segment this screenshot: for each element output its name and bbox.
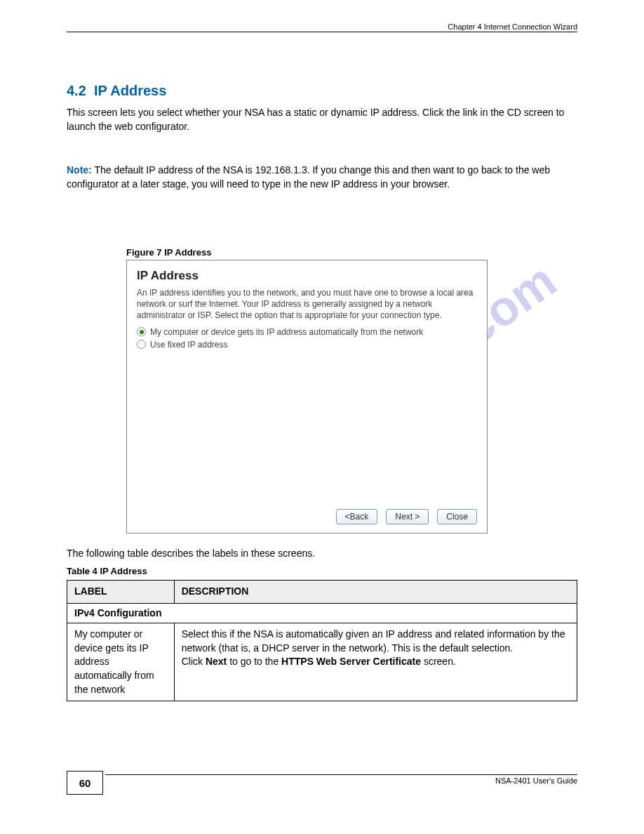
th-label: LABEL xyxy=(67,581,175,604)
label-description-table: LABEL DESCRIPTION IPv4 Configuration My … xyxy=(67,580,577,701)
next-button[interactable]: Next > xyxy=(386,509,429,524)
th-description: DESCRIPTION xyxy=(174,581,577,604)
td-desc: Select this if the NSA is automatically … xyxy=(174,623,577,701)
chapter-header: Chapter 4 Internet Connection Wizard xyxy=(448,22,577,31)
footer-text: NSA-2401 User's Guide xyxy=(495,776,577,785)
note-block: Note: The default IP address of the NSA … xyxy=(67,163,577,192)
ip-address-dialog: IP Address An IP address identifies you … xyxy=(126,260,488,534)
table-intro-text: The following table describes the labels… xyxy=(67,548,577,559)
table-row: My computer or device gets its IP addres… xyxy=(67,623,577,701)
desc-line2-prefix: Click xyxy=(182,656,206,667)
desc-https-bold: HTTPS Web Server Certificate xyxy=(281,656,421,667)
desc-line1: Select this if the NSA is automatically … xyxy=(182,628,565,654)
radio-icon xyxy=(137,327,146,336)
section-paragraph: This screen lets you select whether your… xyxy=(67,105,577,134)
note-label: Note: xyxy=(67,164,92,176)
table-caption: Table 4 IP Address xyxy=(67,566,147,576)
section-cell: IPv4 Configuration xyxy=(67,603,577,623)
section-number: 4.2 xyxy=(67,83,86,98)
radio-label-auto: My computer or device gets its IP addres… xyxy=(150,327,423,337)
radio-label-fixed: Use fixed IP address xyxy=(150,340,228,350)
section-title: IP Address xyxy=(94,83,166,98)
figure-caption: Figure 7 IP Address xyxy=(126,247,211,258)
table-section-row: IPv4 Configuration xyxy=(67,603,577,623)
radio-option-fixed[interactable]: Use fixed IP address xyxy=(137,340,477,350)
table-header-row: LABEL DESCRIPTION xyxy=(67,581,577,604)
back-button[interactable]: <Back xyxy=(336,509,378,524)
note-text: The default IP address of the NSA is 192… xyxy=(67,164,550,190)
dialog-button-row: <Back Next > Close xyxy=(336,509,477,524)
page-number-box: 60 xyxy=(67,771,103,795)
footer-line: NSA-2401 User's Guide xyxy=(105,774,577,785)
dialog-title: IP Address xyxy=(137,269,477,283)
td-label: My computer or device gets its IP addres… xyxy=(67,623,175,701)
section-heading: 4.2 IP Address xyxy=(67,83,166,99)
radio-icon xyxy=(137,340,146,349)
close-button[interactable]: Close xyxy=(437,509,477,524)
radio-option-auto[interactable]: My computer or device gets its IP addres… xyxy=(137,327,477,337)
dialog-description: An IP address identifies you to the netw… xyxy=(137,287,477,322)
desc-next-bold: Next xyxy=(206,656,227,667)
page-header-rule: Chapter 4 Internet Connection Wizard xyxy=(67,32,577,32)
